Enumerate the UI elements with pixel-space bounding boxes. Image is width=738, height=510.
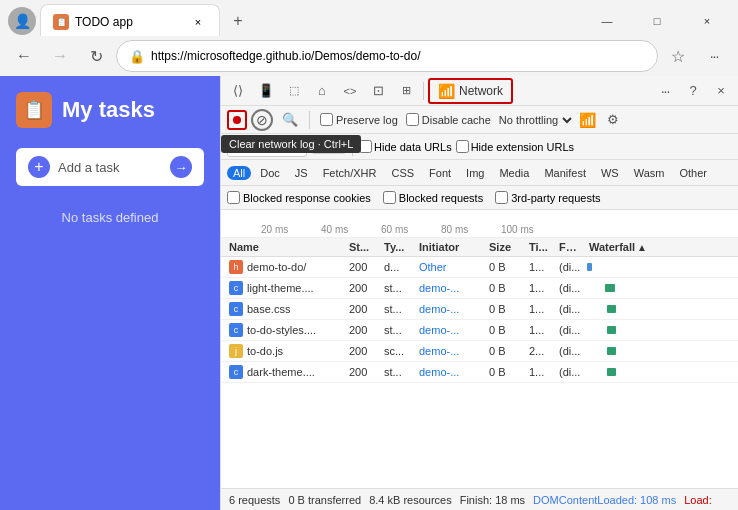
filter-input[interactable] bbox=[227, 137, 307, 157]
blocked-cookies-label[interactable]: Blocked response cookies bbox=[227, 191, 371, 204]
minimize-button[interactable]: — bbox=[584, 7, 630, 35]
devtools-app-btn[interactable]: ⊡ bbox=[365, 78, 391, 104]
type-filter-other[interactable]: Other bbox=[673, 166, 713, 180]
type-filter-js[interactable]: JS bbox=[289, 166, 314, 180]
third-party-label[interactable]: 3rd-party requests bbox=[495, 191, 600, 204]
hide-data-urls-checkbox[interactable]: Hide data URLs bbox=[359, 140, 452, 153]
table-row[interactable]: c base.css 200 st... demo-... 0 B 1... (… bbox=[221, 299, 738, 320]
td-initiator: Other bbox=[415, 261, 485, 273]
td-waterfall bbox=[585, 259, 734, 275]
td-initiator: demo-... bbox=[415, 324, 485, 336]
network-tab-label: Network bbox=[459, 84, 503, 98]
devtools-more-btn[interactable]: ··· bbox=[652, 78, 678, 104]
invert-button[interactable]: Invert bbox=[311, 139, 346, 154]
devtools-sources-btn[interactable]: <> bbox=[337, 78, 363, 104]
td-name: c dark-theme.... bbox=[225, 365, 345, 379]
add-task-bar[interactable]: + Add a task → bbox=[16, 148, 204, 186]
devtools-help-btn[interactable]: ? bbox=[680, 78, 706, 104]
type-filter-doc[interactable]: Doc bbox=[254, 166, 286, 180]
timeline-40ms: 40 ms bbox=[321, 224, 348, 235]
add-task-plus-icon: + bbox=[28, 156, 50, 178]
td-status: 200 bbox=[345, 366, 380, 378]
no-tasks-label: No tasks defined bbox=[16, 210, 204, 225]
settings-button[interactable]: ⚙ bbox=[600, 107, 626, 133]
devtools-emulate-btn[interactable]: 📱 bbox=[253, 78, 279, 104]
add-task-arrow-icon: → bbox=[170, 156, 192, 178]
th-status: St... bbox=[345, 241, 380, 253]
app-title: My tasks bbox=[62, 97, 155, 123]
td-waterfall bbox=[585, 280, 734, 296]
td-size: 0 B bbox=[485, 345, 525, 357]
type-filter-media[interactable]: Media bbox=[493, 166, 535, 180]
td-fulfill: (di... bbox=[555, 261, 585, 273]
table-row[interactable]: c light-theme.... 200 st... demo-... 0 B… bbox=[221, 278, 738, 299]
table-row[interactable]: c dark-theme.... 200 st... demo-... 0 B … bbox=[221, 362, 738, 383]
type-filter-css[interactable]: CSS bbox=[385, 166, 420, 180]
signal-icon: 📶 bbox=[579, 112, 596, 128]
devtools-close-btn[interactable]: × bbox=[708, 78, 734, 104]
type-filter-fetch[interactable]: Fetch/XHR bbox=[317, 166, 383, 180]
type-filter-font[interactable]: Font bbox=[423, 166, 457, 180]
new-tab-button[interactable]: + bbox=[224, 7, 252, 35]
title-bar: 👤 📋 TODO app × + — □ × bbox=[0, 0, 738, 36]
refresh-button[interactable]: ↻ bbox=[80, 40, 112, 72]
th-size: Size bbox=[485, 241, 525, 253]
devtools-elements-btn[interactable]: ⬚ bbox=[281, 78, 307, 104]
devtools-network-button[interactable]: 📶 Network bbox=[428, 78, 513, 104]
devtools-inspect-btn[interactable]: ⟨⟩ bbox=[225, 78, 251, 104]
record-button[interactable] bbox=[227, 110, 247, 130]
clear-log-button[interactable]: ⊘ bbox=[251, 109, 273, 131]
td-fulfill: (di... bbox=[555, 303, 585, 315]
table-row[interactable]: c to-do-styles.... 200 st... demo-... 0 … bbox=[221, 320, 738, 341]
blocked-requests-label[interactable]: Blocked requests bbox=[383, 191, 483, 204]
maximize-button[interactable]: □ bbox=[634, 7, 680, 35]
tab-close-button[interactable]: × bbox=[189, 13, 207, 31]
app-header: 📋 My tasks bbox=[16, 92, 204, 128]
th-waterfall[interactable]: Waterfall ▲ bbox=[585, 241, 734, 253]
tab-title: TODO app bbox=[75, 15, 133, 29]
th-name: Name bbox=[225, 241, 345, 253]
preserve-log-checkbox[interactable]: Preserve log bbox=[320, 113, 398, 126]
type-filter-manifest[interactable]: Manifest bbox=[538, 166, 592, 180]
table-row[interactable]: h demo-to-do/ 200 d... Other 0 B 1... (d… bbox=[221, 257, 738, 278]
app-content: 📋 My tasks + Add a task → No tasks defin… bbox=[0, 76, 220, 510]
td-waterfall bbox=[585, 343, 734, 359]
back-button[interactable]: ← bbox=[8, 40, 40, 72]
address-bar[interactable]: 🔒 bbox=[116, 40, 658, 72]
status-finish: Finish: 18 ms bbox=[460, 494, 525, 506]
throttle-select[interactable]: No throttling bbox=[495, 113, 575, 127]
url-input[interactable] bbox=[151, 49, 645, 63]
window-controls: — □ × bbox=[584, 7, 730, 35]
row-css-icon: c bbox=[229, 365, 243, 379]
type-filter-ws[interactable]: WS bbox=[595, 166, 625, 180]
type-filter-all[interactable]: All bbox=[227, 166, 251, 180]
profile-icon[interactable]: 👤 bbox=[8, 7, 36, 35]
row-css-icon: c bbox=[229, 281, 243, 295]
td-size: 0 B bbox=[485, 261, 525, 273]
type-filter-img[interactable]: Img bbox=[460, 166, 490, 180]
td-initiator: demo-... bbox=[415, 345, 485, 357]
more-button[interactable]: ··· bbox=[698, 40, 730, 72]
close-button[interactable]: × bbox=[684, 7, 730, 35]
devtools-home-btn[interactable]: ⌂ bbox=[309, 78, 335, 104]
table-row[interactable]: j to-do.js 200 sc... demo-... 0 B 2... (… bbox=[221, 341, 738, 362]
devtools-network-bar: ⊘ Clear network log · Ctrl+L 🔍 Preserve … bbox=[221, 106, 738, 134]
favorites-button[interactable]: ☆ bbox=[662, 40, 694, 72]
hide-ext-urls-checkbox[interactable]: Hide extension URLs bbox=[456, 140, 574, 153]
sep2 bbox=[352, 138, 353, 156]
devtools-performance-btn[interactable]: ⊞ bbox=[393, 78, 419, 104]
timeline: 20 ms 40 ms 60 ms 80 ms 100 ms bbox=[221, 210, 738, 238]
active-tab[interactable]: 📋 TODO app × bbox=[40, 4, 220, 38]
disable-cache-checkbox[interactable]: Disable cache bbox=[406, 113, 491, 126]
waterfall-bar bbox=[607, 368, 616, 376]
td-type: st... bbox=[380, 282, 415, 294]
td-status: 200 bbox=[345, 324, 380, 336]
td-type: sc... bbox=[380, 345, 415, 357]
td-waterfall bbox=[585, 322, 734, 338]
browser-frame: 👤 📋 TODO app × + — □ × ← → ↻ 🔒 ☆ ··· bbox=[0, 0, 738, 510]
td-size: 0 B bbox=[485, 366, 525, 378]
forward-button[interactable]: → bbox=[44, 40, 76, 72]
type-filter-wasm[interactable]: Wasm bbox=[628, 166, 671, 180]
td-type: st... bbox=[380, 324, 415, 336]
search-button[interactable]: 🔍 bbox=[277, 107, 303, 133]
